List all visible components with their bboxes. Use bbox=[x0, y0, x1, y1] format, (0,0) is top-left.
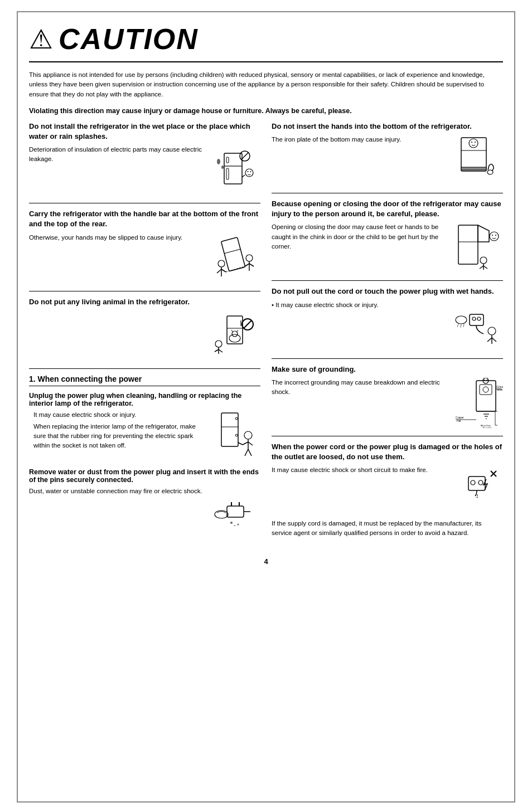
wet-place-title: Do not install the refrigerator in the w… bbox=[29, 121, 260, 142]
section-grounding: Make sure of grounding. The incorrect gr… bbox=[272, 364, 503, 428]
unplug-illustration bbox=[210, 410, 260, 460]
carry-body: Otherwise, your hands may be slipped to … bbox=[29, 233, 206, 242]
svg-point-8 bbox=[245, 169, 253, 177]
divider-r4 bbox=[272, 436, 503, 436]
svg-rect-47 bbox=[227, 506, 244, 517]
svg-point-51 bbox=[215, 510, 228, 518]
right-column: Do not insert the hands into the bottom … bbox=[272, 121, 503, 546]
divider-r2 bbox=[272, 280, 503, 281]
door-illustration bbox=[453, 222, 503, 273]
svg-rect-12 bbox=[221, 237, 245, 271]
svg-point-26 bbox=[229, 334, 240, 342]
door-title: Because opening or closing the door of t… bbox=[272, 199, 503, 219]
svg-line-17 bbox=[221, 269, 226, 272]
svg-line-77 bbox=[463, 324, 464, 327]
cord-title: Do not pull out the cord or touch the po… bbox=[272, 286, 503, 296]
svg-line-80 bbox=[487, 338, 492, 342]
divider-2 bbox=[29, 291, 260, 291]
svg-rect-3 bbox=[226, 168, 229, 179]
remove-water-section: Remove water or dust from the power plug… bbox=[29, 468, 260, 537]
svg-point-65 bbox=[492, 235, 493, 236]
section-carry: Carry the refrigerator with the handle b… bbox=[29, 209, 260, 283]
svg-rect-71 bbox=[470, 314, 483, 325]
svg-point-6 bbox=[217, 159, 220, 164]
hands-bottom-body: The iron plate of the bottom may cause i… bbox=[272, 135, 448, 144]
svg-point-73 bbox=[477, 317, 481, 320]
svg-point-87 bbox=[487, 380, 488, 381]
carry-illustration bbox=[210, 233, 260, 283]
caution-title: CAUTION bbox=[59, 22, 199, 56]
power-cord-title: When the power cord or the power plug is… bbox=[272, 442, 503, 462]
svg-line-45 bbox=[248, 449, 252, 456]
svg-point-64 bbox=[490, 232, 499, 241]
remove-water-illustration bbox=[210, 487, 260, 537]
section-hands-bottom: Do not insert the hands into the bottom … bbox=[272, 121, 503, 185]
svg-line-13 bbox=[224, 249, 240, 254]
svg-rect-60 bbox=[461, 167, 486, 170]
cord-body: • It may cause electric shock or injury. bbox=[272, 300, 448, 310]
svg-line-76 bbox=[461, 324, 461, 328]
svg-text:Flat: Flat bbox=[457, 420, 461, 422]
wet-place-body: Deterioration of insulation of electric … bbox=[29, 145, 206, 164]
door-body: Opening or closing the door may cause fe… bbox=[272, 222, 448, 251]
violation-text: Violating this direction may cause injur… bbox=[29, 107, 503, 115]
svg-text:Copper: Copper bbox=[456, 416, 464, 419]
grounding-title: Make sure of grounding. bbox=[272, 364, 503, 375]
remove-water-body: Dust, water or unstable connection may f… bbox=[29, 487, 206, 496]
svg-point-72 bbox=[472, 317, 476, 320]
svg-text:Wire: Wire bbox=[497, 388, 502, 391]
svg-point-104 bbox=[471, 480, 475, 485]
intro-text: This appliance is not intended for use b… bbox=[29, 70, 503, 99]
divider-3 bbox=[29, 368, 260, 369]
svg-rect-62 bbox=[458, 225, 478, 264]
section-wet-place: Do not install the refrigerator in the w… bbox=[29, 121, 260, 195]
svg-point-39 bbox=[235, 434, 238, 436]
svg-point-105 bbox=[478, 480, 483, 485]
svg-point-57 bbox=[469, 139, 478, 148]
svg-line-21 bbox=[249, 264, 254, 266]
animal-illustration bbox=[210, 310, 260, 361]
unplug-title: Unplug the power plug when cleaning, han… bbox=[29, 392, 260, 407]
svg-line-28 bbox=[231, 330, 233, 332]
svg-point-74 bbox=[456, 316, 467, 324]
svg-line-69 bbox=[480, 266, 483, 269]
svg-point-78 bbox=[488, 327, 496, 335]
animal-title: Do not put any living animal in the refr… bbox=[29, 297, 260, 307]
svg-rect-55 bbox=[461, 138, 486, 171]
svg-line-16 bbox=[217, 269, 221, 273]
svg-point-52 bbox=[230, 522, 233, 524]
svg-line-44 bbox=[245, 449, 248, 456]
svg-point-40 bbox=[244, 431, 252, 439]
power-cord-illustration bbox=[453, 465, 503, 516]
svg-line-20 bbox=[245, 264, 249, 266]
svg-point-27 bbox=[232, 331, 238, 337]
svg-line-34 bbox=[215, 349, 219, 352]
unplug-bullet-2: When replacing the interior lamp of the … bbox=[33, 422, 206, 451]
page-number: 4 bbox=[29, 557, 503, 566]
connecting-title: 1. When connecting the power bbox=[29, 375, 260, 386]
page-container: ⚠ CAUTION This appliance is not intended… bbox=[17, 11, 515, 803]
svg-point-10 bbox=[250, 171, 252, 172]
section-power-cord: When the power cord or the power plug is… bbox=[272, 442, 503, 538]
hands-bottom-illustration bbox=[453, 135, 503, 185]
svg-point-7 bbox=[221, 166, 224, 169]
carry-title: Carry the refrigerator with the handle b… bbox=[29, 209, 260, 229]
svg-point-9 bbox=[248, 171, 249, 172]
svg-line-46 bbox=[238, 443, 243, 445]
warning-icon: ⚠ bbox=[29, 23, 53, 55]
svg-line-31 bbox=[244, 320, 252, 328]
section-cord: Do not pull out the cord or touch the po… bbox=[272, 286, 503, 350]
caution-header: ⚠ CAUTION bbox=[29, 22, 503, 62]
divider-r1 bbox=[272, 193, 503, 193]
svg-line-29 bbox=[237, 330, 238, 332]
svg-point-67 bbox=[480, 257, 487, 264]
wet-place-illustration bbox=[210, 145, 260, 195]
power-cord-body: It may cause electric shock or short cir… bbox=[272, 465, 448, 475]
svg-line-5 bbox=[241, 153, 248, 159]
svg-point-58 bbox=[471, 142, 472, 143]
left-column: Do not install the refrigerator in the w… bbox=[29, 121, 260, 546]
svg-point-84 bbox=[483, 387, 489, 392]
svg-point-53 bbox=[238, 523, 239, 525]
svg-point-32 bbox=[215, 341, 222, 347]
svg-point-14 bbox=[218, 260, 225, 267]
